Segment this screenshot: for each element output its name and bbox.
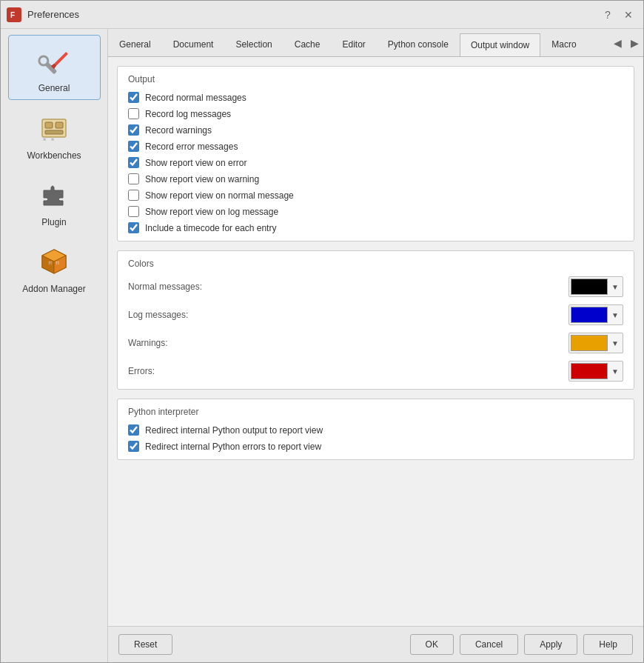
checkbox-row-show-report-log: Show report view on log message xyxy=(128,206,623,217)
label-show-report-normal: Show report view on normal message xyxy=(145,190,294,201)
checkbox-redirect-output[interactable] xyxy=(128,424,139,436)
label-record-log: Record log messages xyxy=(145,109,231,119)
svg-text:F: F xyxy=(10,11,15,19)
window-title: Preferences xyxy=(27,9,599,20)
tab-document[interactable]: Document xyxy=(162,33,225,56)
help-button[interactable]: ? xyxy=(599,6,617,24)
sidebar-item-addon-manager[interactable]: π π Addon Manager xyxy=(8,236,101,300)
cancel-button[interactable]: Cancel xyxy=(460,634,518,655)
checkbox-row-record-log: Record log messages xyxy=(128,108,623,119)
sidebar-item-plugin-label: Plugin xyxy=(41,217,66,227)
color-swatch-warnings xyxy=(571,335,608,351)
label-record-error: Record error messages xyxy=(145,141,238,152)
checkbox-record-log[interactable] xyxy=(128,108,139,119)
right-panel: General Document Selection Cache Editor … xyxy=(108,29,643,662)
sidebar-item-general-label: General xyxy=(38,83,70,93)
checkbox-show-report-error[interactable] xyxy=(128,157,139,168)
sidebar-item-plugin[interactable]: Plugin xyxy=(8,170,101,233)
checkbox-row-redirect-output: Redirect internal Python output to repor… xyxy=(128,424,623,436)
checkbox-show-report-warning[interactable] xyxy=(128,173,139,184)
checkbox-row-record-normal: Record normal messages xyxy=(128,92,623,103)
svg-rect-7 xyxy=(45,122,53,128)
color-row-errors: Errors: ▼ xyxy=(128,361,623,382)
general-icon xyxy=(35,41,73,80)
color-row-normal: Normal messages: ▼ xyxy=(128,276,623,297)
color-label-warnings: Warnings: xyxy=(128,338,246,348)
checkbox-row-timecode: Include a timecode for each entry xyxy=(128,222,623,233)
color-row-log: Log messages: ▼ xyxy=(128,304,623,325)
tab-prev-button[interactable]: ◀ xyxy=(609,32,626,54)
sidebar: General π π Workbenches xyxy=(1,29,108,662)
main-content: General π π Workbenches xyxy=(1,29,643,662)
tab-general[interactable]: General xyxy=(108,33,162,56)
checkbox-row-redirect-errors: Redirect internal Python errors to repor… xyxy=(128,441,623,452)
checkbox-row-show-report-warning: Show report view on warning xyxy=(128,173,623,184)
color-label-errors: Errors: xyxy=(128,366,246,376)
label-show-report-error: Show report view on error xyxy=(145,158,246,168)
color-row-warnings: Warnings: ▼ xyxy=(128,333,623,353)
color-button-normal[interactable]: ▼ xyxy=(568,276,623,297)
output-section-title: Output xyxy=(128,74,623,84)
tab-python-console[interactable]: Python console xyxy=(377,33,460,56)
python-section: Python interpreter Redirect internal Pyt… xyxy=(117,399,634,460)
checkbox-record-normal[interactable] xyxy=(128,92,139,103)
tabs-bar: General Document Selection Cache Editor … xyxy=(108,29,643,57)
colors-section-title: Colors xyxy=(128,259,623,269)
reset-button[interactable]: Reset xyxy=(118,634,172,655)
tab-selection[interactable]: Selection xyxy=(224,33,283,56)
checkbox-timecode[interactable] xyxy=(128,222,139,233)
close-button[interactable]: ✕ xyxy=(620,6,637,24)
ok-button[interactable]: OK xyxy=(410,634,454,655)
checkbox-record-error[interactable] xyxy=(128,141,139,152)
colors-grid: Normal messages: ▼ Log messages: ▼ xyxy=(128,276,623,382)
svg-text:π: π xyxy=(51,137,54,141)
titlebar-controls: ? ✕ xyxy=(599,6,637,24)
help-button[interactable]: Help xyxy=(583,634,633,655)
sidebar-item-workbenches[interactable]: π π Workbenches xyxy=(8,103,101,167)
checkbox-row-show-report-error: Show report view on error xyxy=(128,157,623,168)
color-swatch-normal xyxy=(571,279,608,295)
preferences-window: F Preferences ? ✕ xyxy=(0,0,644,663)
tab-macro[interactable]: Macro xyxy=(540,33,587,56)
color-label-normal: Normal messages: xyxy=(128,281,246,292)
colors-section: Colors Normal messages: ▼ Log messages: xyxy=(117,250,634,390)
titlebar: F Preferences ? ✕ xyxy=(1,1,643,29)
checkbox-redirect-errors[interactable] xyxy=(128,441,139,452)
workbenches-icon: π π xyxy=(35,109,73,147)
checkbox-row-show-report-normal: Show report view on normal message xyxy=(128,190,623,201)
color-button-errors[interactable]: ▼ xyxy=(568,361,623,382)
color-dropdown-arrow-log: ▼ xyxy=(609,311,621,319)
checkbox-show-report-normal[interactable] xyxy=(128,190,139,201)
tab-output-window[interactable]: Output window xyxy=(460,33,540,56)
color-button-warnings[interactable]: ▼ xyxy=(568,333,623,353)
color-button-log[interactable]: ▼ xyxy=(568,304,623,325)
sidebar-item-general[interactable]: General xyxy=(8,35,101,100)
plugin-icon xyxy=(35,176,73,214)
sidebar-item-workbenches-label: Workbenches xyxy=(27,150,81,161)
color-dropdown-arrow-normal: ▼ xyxy=(609,283,621,291)
checkbox-show-report-log[interactable] xyxy=(128,206,139,217)
checkbox-row-record-error: Record error messages xyxy=(128,141,623,152)
color-swatch-log xyxy=(571,307,608,323)
tab-cache[interactable]: Cache xyxy=(284,33,332,56)
label-record-warnings: Record warnings xyxy=(145,125,212,136)
label-timecode: Include a timecode for each entry xyxy=(145,223,276,233)
svg-text:π: π xyxy=(56,259,60,266)
output-section: Output Record normal messages Record log… xyxy=(117,66,634,241)
addon-manager-icon: π π xyxy=(35,242,73,281)
color-label-log: Log messages: xyxy=(128,310,246,320)
label-show-report-warning: Show report view on warning xyxy=(145,174,259,184)
apply-button[interactable]: Apply xyxy=(524,634,577,655)
label-redirect-output: Redirect internal Python output to repor… xyxy=(145,425,323,436)
checkbox-row-record-warnings: Record warnings xyxy=(128,124,623,136)
color-dropdown-arrow-warnings: ▼ xyxy=(609,339,621,347)
tab-editor[interactable]: Editor xyxy=(331,33,376,56)
svg-text:π: π xyxy=(48,259,53,266)
label-record-normal: Record normal messages xyxy=(145,93,246,103)
python-section-title: Python interpreter xyxy=(128,407,623,417)
checkbox-record-warnings[interactable] xyxy=(128,124,139,136)
tab-next-button[interactable]: ▶ xyxy=(626,32,643,54)
color-dropdown-arrow-errors: ▼ xyxy=(609,367,621,376)
footer-right: OK Cancel Apply Help xyxy=(410,634,633,655)
label-show-report-log: Show report view on log message xyxy=(145,207,278,217)
